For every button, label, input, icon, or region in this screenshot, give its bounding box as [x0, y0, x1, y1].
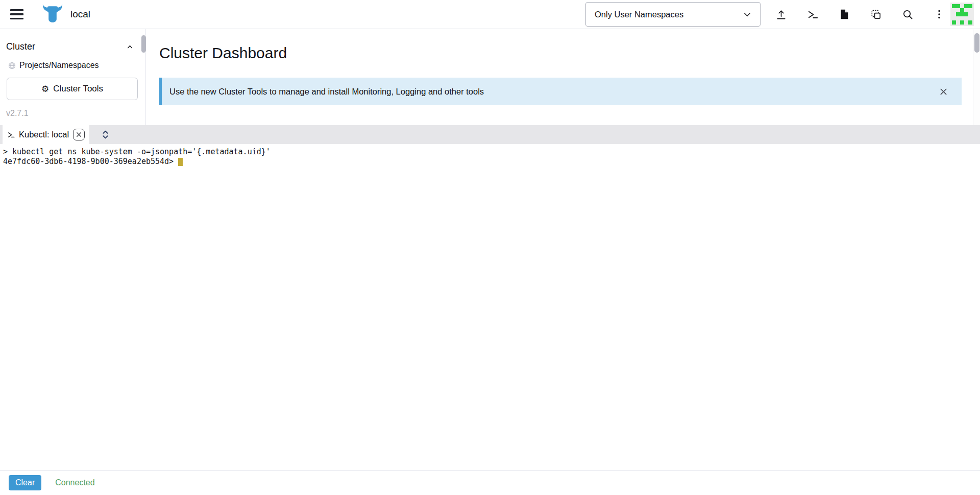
banner-close-icon[interactable] — [937, 85, 949, 98]
globe-icon — [8, 62, 16, 69]
namespace-filter-select[interactable]: Only User Namespaces — [585, 2, 761, 27]
search-icon[interactable] — [897, 4, 918, 25]
top-header: local Only User Namespaces — [0, 0, 980, 29]
sidebar-item-label: Projects/Namespaces — [19, 61, 99, 70]
version-label: v2.7.1 — [6, 109, 145, 118]
sidebar-item-projects-namespaces[interactable]: Projects/Namespaces — [0, 61, 145, 70]
rancher-logo[interactable] — [42, 4, 63, 25]
info-banner: Use the new Cluster Tools to manage and … — [159, 78, 962, 105]
terminal-tab-kubectl-local[interactable]: Kubectl: local — [3, 125, 89, 144]
terminal-tab-close-icon[interactable] — [73, 129, 85, 140]
cluster-tools-label: Cluster Tools — [53, 84, 103, 94]
cluster-tools-button[interactable]: ⚙ Cluster Tools — [7, 78, 138, 100]
copy-config-icon[interactable] — [866, 4, 886, 25]
docs-icon[interactable] — [834, 4, 854, 25]
menu-icon[interactable] — [10, 9, 23, 19]
shell-prompt-icon — [8, 131, 15, 138]
terminal-line: > kubectl get ns kube-system -o=jsonpath… — [3, 147, 980, 157]
sidebar: Cluster Projects/Namespaces ⚙ Cluster To… — [0, 29, 145, 125]
terminal-tabbar: Kubectl: local — [0, 125, 980, 144]
info-banner-text: Use the new Cluster Tools to manage and … — [169, 87, 484, 97]
namespace-filter-value: Only User Namespaces — [595, 10, 742, 19]
main-scrollbar-thumb[interactable] — [974, 33, 979, 53]
sidebar-scrollbar-thumb[interactable] — [141, 35, 146, 53]
terminal-output[interactable]: > kubectl get ns kube-system -o=jsonpath… — [0, 144, 980, 470]
kebab-menu-icon[interactable] — [929, 4, 949, 25]
chevron-up-icon[interactable] — [126, 43, 134, 51]
upload-icon[interactable] — [771, 4, 791, 25]
kubectl-terminal-panel: Kubectl: local > kubectl get ns kube-sys… — [0, 125, 980, 495]
terminal-cursor — [178, 158, 183, 166]
sidebar-section-label: Cluster — [6, 41, 35, 52]
avatar-identicon[interactable] — [950, 3, 974, 26]
gear-icon: ⚙ — [41, 85, 49, 93]
kubectl-shell-icon[interactable] — [802, 4, 823, 25]
cow-icon — [42, 4, 63, 25]
panel-expand-icon[interactable] — [99, 129, 111, 141]
connection-status: Connected — [55, 478, 94, 487]
page-title: Cluster Dashboard — [159, 44, 962, 62]
header-actions — [771, 4, 949, 25]
terminal-footer: Clear Connected — [0, 470, 980, 495]
terminal-tab-label: Kubectl: local — [19, 130, 69, 139]
clear-button[interactable]: Clear — [9, 475, 41, 490]
main-scrollbar — [973, 29, 980, 125]
chevron-down-icon — [742, 9, 753, 20]
sidebar-section-cluster[interactable]: Cluster — [0, 29, 145, 52]
terminal-prompt-line: 4e7fdc60-3db6-4198-9b00-369ea2eb554d> — [3, 157, 980, 167]
cluster-name: local — [70, 9, 90, 20]
app-window: local Only User Namespaces — [0, 0, 980, 495]
main-content: Cluster Dashboard Use the new Cluster To… — [146, 29, 973, 125]
